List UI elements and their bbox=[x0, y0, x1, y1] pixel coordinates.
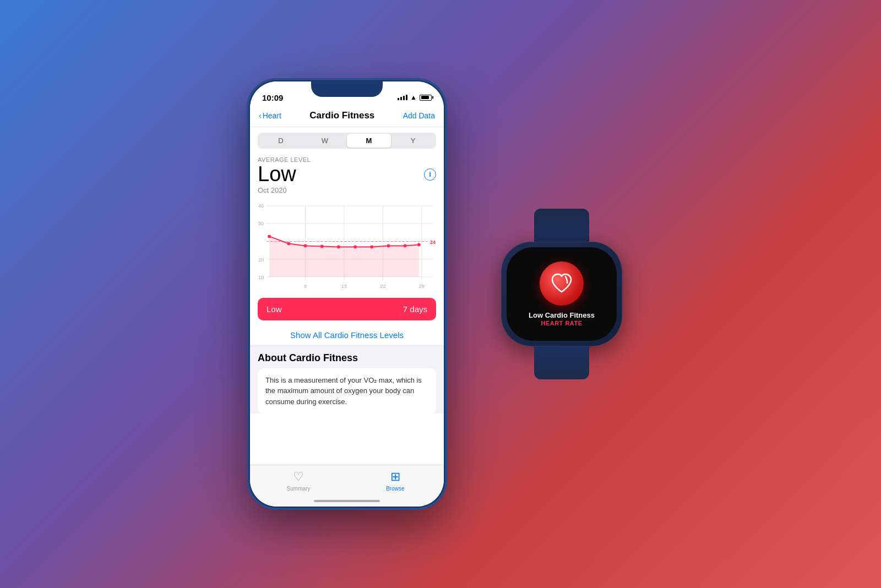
svg-text:40: 40 bbox=[258, 203, 264, 209]
watch-screen: Low Cardio Fitness HEART RATE bbox=[507, 247, 617, 341]
svg-point-24 bbox=[417, 243, 421, 246]
about-section: About Cardio Fitness This is a measureme… bbox=[250, 345, 444, 414]
back-label[interactable]: Heart bbox=[263, 111, 281, 120]
status-icons: ▲ bbox=[398, 94, 432, 101]
svg-point-22 bbox=[387, 244, 390, 247]
svg-point-20 bbox=[354, 245, 357, 248]
svg-point-21 bbox=[370, 245, 373, 248]
back-button[interactable]: ‹ Heart bbox=[259, 111, 281, 120]
info-button[interactable]: i bbox=[424, 168, 436, 181]
svg-text:15: 15 bbox=[341, 284, 347, 289]
heart-svg bbox=[549, 271, 574, 296]
low-badge-days: 7 days bbox=[403, 304, 427, 314]
average-section: AVERAGE LEVEL Low i Oct 2020 bbox=[250, 154, 444, 194]
svg-text:30: 30 bbox=[258, 221, 264, 226]
iphone-notch bbox=[311, 81, 383, 97]
svg-text:22: 22 bbox=[380, 284, 385, 289]
watch-band-bottom bbox=[534, 346, 589, 379]
add-data-button[interactable]: Add Data bbox=[403, 111, 435, 120]
about-card: This is a measurement of your VO₂ max, w… bbox=[258, 368, 436, 414]
svg-text:29: 29 bbox=[419, 284, 425, 289]
svg-text:24: 24 bbox=[430, 239, 436, 245]
svg-point-17 bbox=[304, 244, 307, 247]
watch-notification-subtitle: HEART RATE bbox=[529, 320, 595, 326]
heart-tab-icon: ♡ bbox=[293, 470, 304, 484]
low-badge-level: Low bbox=[267, 304, 282, 314]
svg-point-19 bbox=[337, 245, 340, 248]
battery-icon bbox=[420, 95, 432, 101]
average-date: Oct 2020 bbox=[258, 186, 436, 194]
watch-notification-title: Low Cardio Fitness bbox=[529, 311, 595, 320]
content-area: D W M Y AVERAGE LEVEL Low i Oct 2020 bbox=[250, 127, 444, 465]
cardio-chart: 40 30 24 20 10 bbox=[255, 199, 438, 293]
status-time: 10:09 bbox=[262, 93, 283, 102]
iphone-device: 10:09 ▲ ‹ He bbox=[248, 79, 446, 509]
wifi-icon: ▲ bbox=[410, 94, 417, 101]
low-badge: Low 7 days bbox=[258, 298, 436, 320]
tab-browse-label: Browse bbox=[386, 486, 404, 492]
about-text: This is a measurement of your VO₂ max, w… bbox=[265, 375, 428, 407]
svg-point-18 bbox=[320, 244, 324, 248]
svg-text:20: 20 bbox=[258, 257, 264, 262]
watch-band-top bbox=[534, 209, 589, 242]
watch-heart-icon bbox=[540, 262, 584, 306]
tab-w[interactable]: W bbox=[303, 134, 347, 148]
watch-notification: Low Cardio Fitness HEART RATE bbox=[529, 311, 595, 327]
tab-y[interactable]: Y bbox=[391, 134, 435, 148]
watch-body: Low Cardio Fitness HEART RATE bbox=[501, 242, 622, 346]
period-tabs: D W M Y bbox=[258, 133, 436, 149]
svg-point-16 bbox=[287, 242, 290, 245]
svg-text:8: 8 bbox=[304, 284, 307, 289]
nav-title: Cardio Fitness bbox=[309, 110, 374, 121]
svg-point-23 bbox=[404, 244, 407, 247]
svg-text:10: 10 bbox=[258, 275, 264, 280]
home-indicator bbox=[314, 500, 380, 502]
grid-tab-icon: ⊞ bbox=[390, 470, 400, 484]
tab-browse[interactable]: ⊞ Browse bbox=[347, 470, 444, 492]
tab-d[interactable]: D bbox=[259, 134, 303, 148]
tab-m[interactable]: M bbox=[347, 134, 391, 148]
tab-summary-label: Summary bbox=[287, 486, 311, 492]
tab-summary[interactable]: ♡ Summary bbox=[250, 470, 347, 492]
chart-container: 40 30 24 20 10 bbox=[250, 194, 444, 293]
average-value: Low bbox=[258, 163, 296, 186]
svg-point-15 bbox=[268, 235, 271, 238]
chevron-left-icon: ‹ bbox=[259, 111, 262, 120]
show-all-link[interactable]: Show All Cardio Fitness Levels bbox=[250, 325, 444, 345]
signal-icon bbox=[398, 95, 407, 100]
about-title: About Cardio Fitness bbox=[258, 352, 436, 364]
nav-bar: ‹ Heart Cardio Fitness Add Data bbox=[250, 106, 444, 127]
apple-watch: Low Cardio Fitness HEART RATE bbox=[490, 209, 633, 379]
